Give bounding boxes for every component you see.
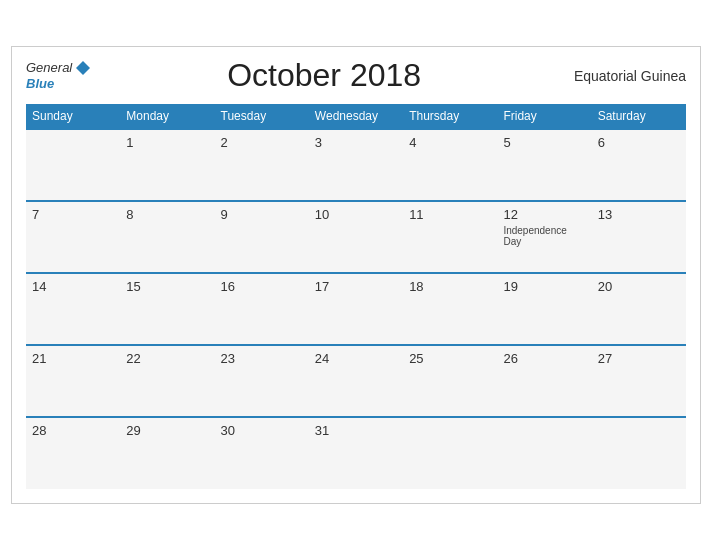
weekday-header-tuesday: Tuesday bbox=[215, 104, 309, 129]
day-cell: 5 bbox=[497, 129, 591, 201]
day-number: 11 bbox=[409, 207, 491, 222]
day-number: 21 bbox=[32, 351, 114, 366]
day-cell: 18 bbox=[403, 273, 497, 345]
day-number: 27 bbox=[598, 351, 680, 366]
day-number: 1 bbox=[126, 135, 208, 150]
weekday-header-monday: Monday bbox=[120, 104, 214, 129]
weekday-header-saturday: Saturday bbox=[592, 104, 686, 129]
week-row-3: 14151617181920 bbox=[26, 273, 686, 345]
day-cell bbox=[592, 417, 686, 489]
logo-blue-text: Blue bbox=[26, 77, 92, 91]
day-cell: 31 bbox=[309, 417, 403, 489]
week-row-1: 123456 bbox=[26, 129, 686, 201]
day-number: 9 bbox=[221, 207, 303, 222]
day-cell: 17 bbox=[309, 273, 403, 345]
day-cell: 16 bbox=[215, 273, 309, 345]
day-number: 7 bbox=[32, 207, 114, 222]
day-number: 26 bbox=[503, 351, 585, 366]
week-row-5: 28293031 bbox=[26, 417, 686, 489]
day-cell: 12Independence Day bbox=[497, 201, 591, 273]
day-cell: 27 bbox=[592, 345, 686, 417]
day-cell: 1 bbox=[120, 129, 214, 201]
day-cell bbox=[26, 129, 120, 201]
day-number: 18 bbox=[409, 279, 491, 294]
weekday-header-row: SundayMondayTuesdayWednesdayThursdayFrid… bbox=[26, 104, 686, 129]
day-cell: 28 bbox=[26, 417, 120, 489]
week-row-4: 21222324252627 bbox=[26, 345, 686, 417]
day-number: 12 bbox=[503, 207, 585, 222]
day-number: 25 bbox=[409, 351, 491, 366]
day-cell bbox=[403, 417, 497, 489]
day-cell: 14 bbox=[26, 273, 120, 345]
day-cell: 25 bbox=[403, 345, 497, 417]
weekday-header-thursday: Thursday bbox=[403, 104, 497, 129]
day-number: 2 bbox=[221, 135, 303, 150]
day-cell: 29 bbox=[120, 417, 214, 489]
day-cell bbox=[497, 417, 591, 489]
day-cell: 30 bbox=[215, 417, 309, 489]
day-number: 22 bbox=[126, 351, 208, 366]
week-row-2: 789101112Independence Day13 bbox=[26, 201, 686, 273]
logo: General Blue bbox=[26, 59, 92, 91]
day-event: Independence Day bbox=[503, 225, 585, 247]
day-number: 6 bbox=[598, 135, 680, 150]
weekday-header-sunday: Sunday bbox=[26, 104, 120, 129]
day-number: 20 bbox=[598, 279, 680, 294]
day-cell: 10 bbox=[309, 201, 403, 273]
day-number: 8 bbox=[126, 207, 208, 222]
day-cell: 22 bbox=[120, 345, 214, 417]
day-number: 19 bbox=[503, 279, 585, 294]
calendar-header: General Blue October 2018 Equatorial Gui… bbox=[26, 57, 686, 94]
day-number: 15 bbox=[126, 279, 208, 294]
calendar-container: General Blue October 2018 Equatorial Gui… bbox=[11, 46, 701, 504]
day-cell: 26 bbox=[497, 345, 591, 417]
month-title: October 2018 bbox=[92, 57, 556, 94]
svg-marker-0 bbox=[76, 61, 90, 75]
day-cell: 24 bbox=[309, 345, 403, 417]
day-number: 23 bbox=[221, 351, 303, 366]
weekday-header-friday: Friday bbox=[497, 104, 591, 129]
day-number: 4 bbox=[409, 135, 491, 150]
day-number: 3 bbox=[315, 135, 397, 150]
day-number: 16 bbox=[221, 279, 303, 294]
day-cell: 19 bbox=[497, 273, 591, 345]
day-cell: 15 bbox=[120, 273, 214, 345]
day-cell: 21 bbox=[26, 345, 120, 417]
logo-general-text: General bbox=[26, 61, 72, 75]
weekday-header-wednesday: Wednesday bbox=[309, 104, 403, 129]
day-number: 31 bbox=[315, 423, 397, 438]
day-cell: 4 bbox=[403, 129, 497, 201]
day-cell: 23 bbox=[215, 345, 309, 417]
logo-icon bbox=[74, 59, 92, 77]
day-number: 14 bbox=[32, 279, 114, 294]
day-number: 30 bbox=[221, 423, 303, 438]
day-cell: 2 bbox=[215, 129, 309, 201]
day-cell: 9 bbox=[215, 201, 309, 273]
day-number: 10 bbox=[315, 207, 397, 222]
day-number: 17 bbox=[315, 279, 397, 294]
day-cell: 3 bbox=[309, 129, 403, 201]
day-cell: 20 bbox=[592, 273, 686, 345]
country-name: Equatorial Guinea bbox=[556, 68, 686, 84]
day-cell: 13 bbox=[592, 201, 686, 273]
day-cell: 6 bbox=[592, 129, 686, 201]
day-cell: 7 bbox=[26, 201, 120, 273]
day-number: 24 bbox=[315, 351, 397, 366]
day-number: 28 bbox=[32, 423, 114, 438]
day-cell: 11 bbox=[403, 201, 497, 273]
day-number: 29 bbox=[126, 423, 208, 438]
day-number: 5 bbox=[503, 135, 585, 150]
day-number: 13 bbox=[598, 207, 680, 222]
day-cell: 8 bbox=[120, 201, 214, 273]
calendar-grid: SundayMondayTuesdayWednesdayThursdayFrid… bbox=[26, 104, 686, 489]
